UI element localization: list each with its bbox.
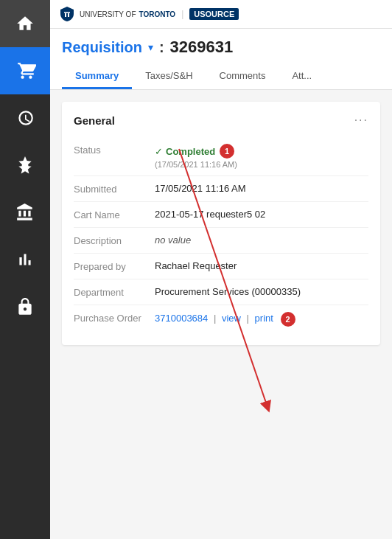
logo-area: UNIVERSITY OF TORONTO | USOURCE	[59, 6, 239, 22]
link-separator-2: |	[247, 313, 249, 324]
annotation-1: 1	[220, 144, 234, 159]
status-text: Completed	[166, 146, 215, 157]
sidebar-item-analytics[interactable]	[0, 236, 50, 283]
requisition-type-label: Requisition	[62, 39, 142, 56]
award-icon	[15, 156, 35, 175]
top-bar: UNIVERSITY OF TORONTO | USOURCE	[50, 0, 392, 29]
sidebar-item-security[interactable]	[0, 283, 50, 330]
field-row-purchaseorder: Purchase Order 3710003684 | view | print…	[74, 305, 368, 333]
field-row-submitted: Submitted 17/05/2021 11:16 AM	[74, 176, 368, 202]
tabs: Summary Taxes/S&H Comments Att...	[62, 64, 380, 89]
sidebar-item-home[interactable]	[0, 0, 50, 47]
analytics-icon	[15, 250, 35, 269]
purchaseorder-label: Purchase Order	[74, 312, 155, 324]
sidebar-item-orders[interactable]	[0, 94, 50, 142]
tab-attachments[interactable]: Att...	[279, 64, 325, 89]
svg-rect-0	[64, 12, 70, 13]
tab-taxes[interactable]: Taxes/S&H	[132, 64, 206, 89]
status-label: Status	[74, 144, 155, 156]
security-icon	[15, 297, 35, 316]
sidebar-item-cart[interactable]	[0, 47, 50, 94]
dropdown-arrow-icon[interactable]: ▾	[148, 41, 153, 53]
status-value: ✓ Completed 1 (17/05/2021 11:16 AM)	[155, 144, 368, 169]
department-label: Department	[74, 286, 155, 298]
card-header: General ···	[74, 114, 368, 127]
link-separator-1: |	[214, 313, 216, 324]
field-row-department: Department Procurement Services (0000033…	[74, 279, 368, 305]
tab-summary[interactable]: Summary	[62, 64, 132, 89]
logo-text: UNIVERSITY OF TORONTO | USOURCE	[80, 8, 239, 20]
status-date: (17/05/2021 11:16 AM)	[155, 160, 368, 169]
print-link[interactable]: print	[255, 313, 273, 324]
building-icon	[15, 203, 35, 222]
card-menu-button[interactable]: ···	[354, 114, 368, 127]
toronto-label: TORONTO	[139, 10, 176, 18]
university-shield-icon	[59, 6, 75, 22]
cart-icon	[17, 61, 36, 80]
field-row-description: Description no value	[74, 228, 368, 254]
annotation-2: 2	[281, 312, 295, 327]
sidebar	[0, 0, 50, 539]
purchaseorder-value: 3710003684 | view | print 2	[155, 312, 368, 327]
general-card: General ··· Status ✓ Completed 1 (17/05/…	[62, 102, 380, 345]
university-label: UNIVERSITY OF	[80, 10, 136, 18]
requisition-number: 3269631	[170, 38, 234, 57]
card-title: General	[74, 114, 115, 127]
description-value: no value	[155, 234, 368, 246]
usource-badge: USOURCE	[189, 8, 239, 20]
purchaseorder-link[interactable]: 3710003684	[155, 313, 208, 324]
main-content: UNIVERSITY OF TORONTO | USOURCE Requisit…	[50, 0, 392, 539]
home-icon	[15, 14, 35, 33]
preparedby-label: Prepared by	[74, 260, 155, 272]
view-link[interactable]: view	[222, 313, 241, 324]
field-row-cartname: Cart Name 2021-05-17 requester5 02	[74, 202, 368, 228]
cartname-label: Cart Name	[74, 209, 155, 220]
field-row-preparedby: Prepared by Rachael Requester	[74, 254, 368, 279]
field-row-status: Status ✓ Completed 1 (17/05/2021 11:16 A…	[74, 137, 368, 176]
cartname-value: 2021-05-17 requester5 02	[155, 209, 368, 220]
sidebar-item-awards[interactable]	[0, 142, 50, 189]
department-value: Procurement Services (00000335)	[155, 286, 368, 297]
description-label: Description	[74, 234, 155, 246]
page-header: Requisition ▾ : 3269631 Summary Taxes/S&…	[50, 29, 392, 90]
preparedby-value: Rachael Requester	[155, 260, 368, 271]
tab-comments[interactable]: Comments	[206, 64, 279, 89]
submitted-value: 17/05/2021 11:16 AM	[155, 183, 368, 194]
title-separator: :	[159, 39, 164, 56]
sidebar-item-building[interactable]	[0, 189, 50, 236]
page-title-row: Requisition ▾ : 3269631	[62, 38, 380, 57]
status-check-icon: ✓	[155, 146, 163, 157]
submitted-label: Submitted	[74, 183, 155, 195]
orders-icon	[15, 108, 35, 128]
content-area: General ··· Status ✓ Completed 1 (17/05/…	[50, 90, 392, 539]
